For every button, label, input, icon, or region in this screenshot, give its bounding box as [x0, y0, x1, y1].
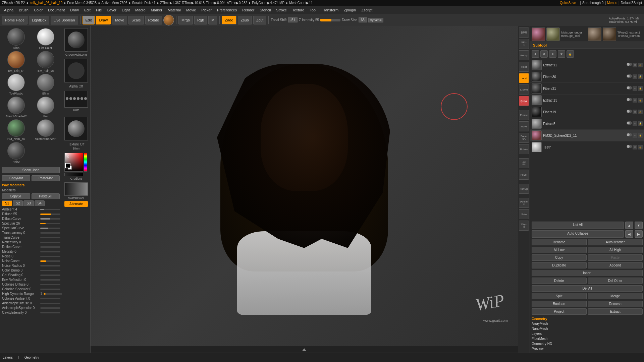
- cavity-intensity-slider[interactable]: [40, 312, 60, 313]
- dynamic-btn[interactable]: Dynamic: [368, 18, 383, 22]
- rename-btn[interactable]: Rename: [532, 239, 587, 245]
- stl-lock-extract12[interactable]: 🔒: [638, 63, 643, 67]
- aniso-specular-slider[interactable]: [40, 307, 60, 309]
- stl-fibers19[interactable]: Fibers19 👁 🔒: [530, 106, 644, 118]
- menu-preferences[interactable]: Preferences: [214, 7, 239, 13]
- viewport[interactable]: WiP www.gsuit.com: [91, 26, 518, 353]
- specular-slider[interactable]: [40, 223, 60, 224]
- stl-vis-teeth[interactable]: 👁: [633, 145, 637, 149]
- stl-extract13[interactable]: Extract13 👁 🔒: [530, 95, 644, 106]
- mat-bm-skin[interactable]: BM_skin_sn: [2, 51, 30, 72]
- arraymesh-section[interactable]: ArrayMesh: [532, 321, 643, 326]
- menu-color[interactable]: Color: [31, 7, 45, 13]
- transparency-slider[interactable]: [40, 232, 60, 234]
- s4-btn[interactable]: S4: [35, 200, 45, 206]
- rotate3d-btn[interactable]: Rotate: [519, 144, 529, 154]
- fibermesh-section[interactable]: FiberMesh: [532, 336, 643, 341]
- texture-thumb[interactable]: [64, 117, 88, 140]
- delete-btn[interactable]: Delete: [532, 278, 587, 284]
- rgb-btn[interactable]: Rgb: [194, 16, 207, 24]
- list-up-arrow[interactable]: ▲: [625, 222, 633, 229]
- switch-color-preview[interactable]: [64, 182, 88, 196]
- stl-fibers31[interactable]: Fibers31 👁 🔒: [530, 83, 644, 95]
- insert-btn[interactable]: Insert: [532, 270, 643, 276]
- draw-btn[interactable]: Draw: [96, 16, 111, 24]
- fg-swatch[interactable]: [65, 163, 70, 168]
- stl-vis-fibers31[interactable]: 👁: [633, 86, 637, 91]
- colorize-ambient-slider[interactable]: [40, 298, 60, 299]
- copysh-btn[interactable]: CopySH: [2, 193, 30, 199]
- stl-toggle-fibers31[interactable]: [627, 86, 632, 89]
- stl-toggle-pm3d[interactable]: [627, 133, 632, 136]
- menu-stroke[interactable]: Stroke: [273, 7, 289, 13]
- noise-radius-slider[interactable]: [40, 265, 60, 266]
- stl-vis-fibers30[interactable]: 👁: [633, 74, 637, 79]
- linefill-btn[interactable]: LineFill: [519, 158, 529, 168]
- append-btn[interactable]: Append: [588, 262, 643, 268]
- color-picker[interactable]: [64, 153, 88, 176]
- scale-btn[interactable]: Scale: [128, 16, 144, 24]
- geometry-hd-section[interactable]: Geometry HD: [532, 341, 643, 346]
- preview-section[interactable]: Preview: [532, 346, 643, 351]
- groom-hair-brush-thumb[interactable]: [64, 28, 88, 52]
- stl-teeth[interactable]: Teeth 👁 🔒: [530, 141, 644, 153]
- gel-shading-slider[interactable]: [40, 275, 60, 276]
- z-intensity-slider[interactable]: [320, 19, 340, 21]
- all-high-btn[interactable]: All High: [588, 247, 643, 253]
- collapse-right-arrow[interactable]: ▶: [635, 230, 643, 238]
- duplicate-btn[interactable]: Duplicate: [532, 262, 587, 268]
- mat-bm-cloth[interactable]: BM_cloth_sn: [2, 119, 30, 141]
- menu-document[interactable]: Document: [45, 7, 67, 13]
- menu-tool[interactable]: Tool: [307, 7, 319, 13]
- thumb-matsuge-under[interactable]: [532, 27, 545, 41]
- qxyz-btn[interactable]: Q.xyz: [519, 96, 529, 106]
- status-layers[interactable]: Layers: [3, 356, 13, 359]
- mat-hair2[interactable]: Hair2: [2, 142, 30, 164]
- list-all-btn[interactable]: List All: [532, 222, 624, 229]
- stl-toggle-extract12[interactable]: [627, 63, 632, 66]
- stl-vis-extract13[interactable]: 👁: [633, 98, 637, 103]
- stl-vis-fibers19[interactable]: 👁: [633, 110, 637, 114]
- ztopolis-btn[interactable]: ZTopolis: [519, 221, 529, 231]
- aniso-diffuse-slider[interactable]: [40, 303, 60, 304]
- env-reflection-slider[interactable]: [40, 279, 60, 281]
- stl-lock-extract13[interactable]: 🔒: [638, 98, 643, 103]
- local-btn[interactable]: Local: [519, 73, 529, 83]
- alternate-btn[interactable]: Alternate: [64, 201, 88, 207]
- stl-vis-pm3d[interactable]: 👁: [633, 133, 637, 138]
- menus-btn[interactable]: Menus: [607, 1, 617, 5]
- specular-curve-slider[interactable]: [40, 228, 60, 229]
- collapse-left-arrow[interactable]: ◀: [625, 230, 633, 238]
- live-boolean-btn[interactable]: Live Boolean: [51, 16, 78, 24]
- subtool-icon-5[interactable]: 🔒: [567, 50, 574, 58]
- subtool-icon-4[interactable]: 👁: [558, 50, 565, 58]
- s3-btn[interactable]: S3: [23, 200, 34, 206]
- persp-btn[interactable]: Persp: [519, 50, 529, 60]
- zadd-btn[interactable]: Zadd: [222, 16, 236, 24]
- frame-btn[interactable]: Frame: [519, 110, 529, 120]
- color-bump-slider[interactable]: [40, 270, 60, 271]
- default-zscript[interactable]: DefaultZScript: [621, 1, 642, 5]
- hdr-slider[interactable]: [44, 293, 62, 295]
- solo-btn[interactable]: Solo: [519, 209, 529, 219]
- dynamic-mesh-btn[interactable]: Dynamic: [519, 198, 529, 208]
- subtool-icon-1[interactable]: ⊕: [532, 50, 539, 58]
- stl-lock-teeth[interactable]: 🔒: [638, 145, 643, 149]
- menu-light[interactable]: Light: [119, 7, 132, 13]
- menu-zscript[interactable]: Zscript: [359, 7, 375, 13]
- menu-alpha[interactable]: Alpha: [1, 7, 16, 13]
- stl-lock-extract5[interactable]: 🔒: [638, 121, 643, 126]
- mrgb-btn[interactable]: Mrgb: [178, 16, 193, 24]
- menu-marker[interactable]: Marker: [148, 7, 165, 13]
- trans-curve-slider[interactable]: [40, 237, 60, 238]
- m-btn[interactable]: M: [208, 16, 217, 24]
- menu-edit[interactable]: Edit: [82, 7, 93, 13]
- menu-draw[interactable]: Draw: [67, 7, 82, 13]
- menu-stencil[interactable]: Stencil: [257, 7, 273, 13]
- lightbox-btn[interactable]: LightBox: [29, 16, 49, 24]
- diffuse-slider[interactable]: [40, 214, 60, 215]
- autoreorder-btn[interactable]: AutoReorder: [588, 239, 643, 245]
- split-btn[interactable]: Split: [532, 293, 587, 299]
- colorize-specular-slider[interactable]: [40, 289, 60, 290]
- del-other-btn[interactable]: Del Other: [588, 278, 643, 284]
